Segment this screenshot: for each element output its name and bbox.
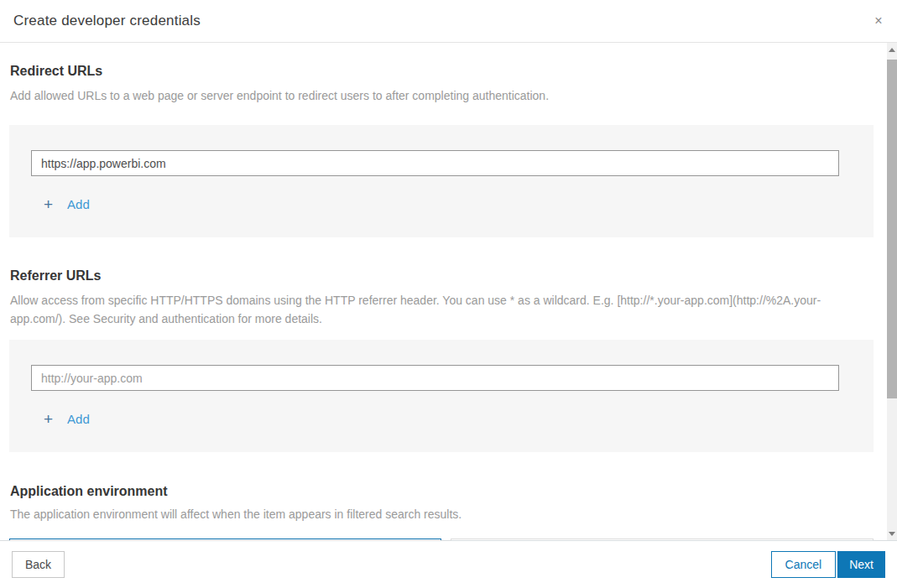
add-label: Add [67,197,90,211]
dialog-title: Create developer credentials [13,13,201,29]
plus-icon: + [44,411,53,427]
referrer-urls-panel: + Add [9,340,874,452]
dialog-footer: Back Cancel Next [0,541,897,588]
redirect-urls-heading: Redirect URLs [10,64,874,79]
cancel-button[interactable]: Cancel [771,551,837,578]
scroll-up-arrow-icon[interactable] [887,43,897,56]
application-environment-heading: Application environment [10,484,874,499]
back-button[interactable]: Back [12,551,65,578]
dialog-scroll-area: Redirect URLs Add allowed URLs to a web … [0,43,897,541]
dialog-content: Redirect URLs Add allowed URLs to a web … [9,64,874,541]
scroll-down-arrow-icon[interactable] [887,527,897,540]
vertical-scrollbar[interactable] [887,43,897,540]
environment-options: Multiple Browser [9,539,874,541]
dialog-header: Create developer credentials × [0,0,897,43]
add-label: Add [67,412,90,426]
redirect-add-button[interactable]: + Add [44,196,119,212]
redirect-url-input[interactable] [31,150,839,176]
referrer-urls-description: Allow access from specific HTTP/HTTPS do… [10,291,853,328]
referrer-url-input[interactable] [31,365,839,391]
redirect-urls-panel: + Add [9,125,874,237]
environment-option-multiple[interactable]: Multiple [9,539,441,541]
redirect-urls-description: Add allowed URLs to a web page or server… [10,86,853,105]
referrer-urls-heading: Referrer URLs [10,268,874,284]
create-developer-credentials-dialog: Create developer credentials × Redirect … [0,0,897,588]
close-icon[interactable]: × [869,12,888,30]
scrollbar-thumb[interactable] [887,60,897,398]
application-environment-description: The application environment will affect … [10,505,853,523]
next-button[interactable]: Next [837,551,885,578]
footer-actions: Cancel Next [771,551,885,578]
referrer-add-button[interactable]: + Add [44,411,119,427]
environment-option-browser[interactable]: Browser [451,539,874,541]
plus-icon: + [44,196,53,212]
